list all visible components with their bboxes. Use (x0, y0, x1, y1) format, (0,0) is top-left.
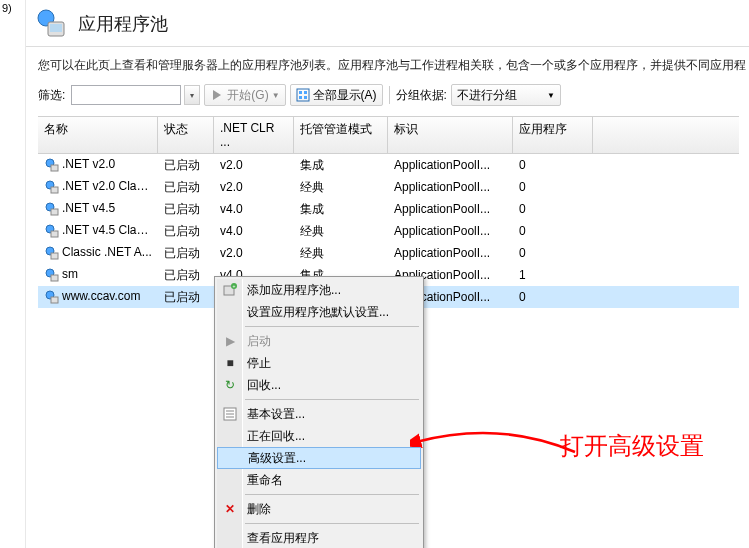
cell-state: 已启动 (158, 177, 214, 198)
table-row[interactable]: .NET v4.5 Clas...已启动v4.0经典ApplicationPoo… (38, 220, 739, 242)
callout-text: 打开高级设置 (560, 430, 704, 461)
menu-item-label: 停止 (247, 355, 271, 372)
left-panel-label: 9) (2, 2, 12, 14)
svg-text:+: + (233, 283, 236, 289)
start-label: 开始(G) (227, 87, 268, 104)
cell-clr: v4.0 (214, 222, 294, 240)
play-icon (210, 88, 224, 102)
cell-pipeline: 经典 (294, 221, 388, 242)
cell-state: 已启动 (158, 199, 214, 220)
cell-clr: v4.0 (214, 200, 294, 218)
chevron-down-icon: ▼ (547, 91, 555, 100)
menu-item[interactable]: 正在回收... (217, 425, 421, 447)
cell-apps: 0 (513, 200, 593, 218)
menu-separator (245, 494, 419, 495)
cell-name: Classic .NET A... (62, 245, 152, 259)
menu-separator (245, 399, 419, 400)
menu-item-label: 重命名 (247, 472, 283, 489)
table-row[interactable]: Classic .NET A...已启动v2.0经典ApplicationPoo… (38, 242, 739, 264)
menu-item-label: 添加应用程序池... (247, 282, 341, 299)
page-title: 应用程序池 (78, 12, 168, 36)
svg-rect-7 (304, 96, 307, 99)
page-description: 您可以在此页上查看和管理服务器上的应用程序池列表。应用程序池与工作进程相关联，包… (0, 47, 749, 80)
groupby-value: 不进行分组 (457, 87, 517, 104)
menu-item-label: 高级设置... (248, 450, 306, 467)
svg-rect-3 (297, 89, 309, 101)
col-header-apps[interactable]: 应用程序 (513, 117, 593, 153)
menu-item[interactable]: 高级设置... (217, 447, 421, 469)
app-pool-icon (44, 179, 60, 195)
grid-header: 名称 状态 .NET CLR ... 托管管道模式 标识 应用程序 (38, 117, 739, 154)
showall-label: 全部显示(A) (313, 87, 377, 104)
groupby-select[interactable]: 不进行分组 ▼ (451, 84, 561, 106)
svg-rect-4 (299, 91, 302, 94)
menu-item[interactable]: +添加应用程序池... (217, 279, 421, 301)
filter-dropdown[interactable]: ▾ (184, 85, 200, 105)
cell-clr: v2.0 (214, 156, 294, 174)
cell-state: 已启动 (158, 287, 214, 308)
cell-state: 已启动 (158, 265, 214, 286)
cell-pipeline: 经典 (294, 243, 388, 264)
cell-state: 已启动 (158, 221, 214, 242)
menu-item-label: 基本设置... (247, 406, 305, 423)
menu-item[interactable]: 重命名 (217, 469, 421, 491)
chevron-down-icon: ▼ (272, 91, 280, 100)
col-header-identity[interactable]: 标识 (388, 117, 513, 153)
page-header: 应用程序池 (26, 0, 749, 47)
recycle-icon: ↻ (222, 377, 238, 393)
svg-rect-21 (51, 297, 58, 303)
cell-identity: ApplicationPoolI... (388, 178, 513, 196)
menu-item: ▶启动 (217, 330, 421, 352)
col-header-state[interactable]: 状态 (158, 117, 214, 153)
table-row[interactable]: .NET v4.5已启动v4.0集成ApplicationPoolI...0 (38, 198, 739, 220)
menu-item[interactable]: 查看应用程序 (217, 527, 421, 548)
cell-pipeline: 经典 (294, 177, 388, 198)
cell-apps: 0 (513, 244, 593, 262)
cell-identity: ApplicationPoolI... (388, 222, 513, 240)
filter-input[interactable] (71, 85, 181, 105)
cell-name: www.ccav.com (62, 289, 140, 303)
start-icon: ▶ (222, 333, 238, 349)
col-header-clr[interactable]: .NET CLR ... (214, 117, 294, 153)
app-pool-icon (44, 223, 60, 239)
toolbar: 筛选: ▾ 开始(G) ▼ 全部显示(A) 分组依据: 不进行分组 ▼ (0, 80, 749, 110)
showall-icon (296, 88, 310, 102)
basic-icon (222, 406, 238, 422)
menu-item[interactable]: 基本设置... (217, 403, 421, 425)
svg-rect-2 (50, 24, 62, 32)
svg-rect-11 (51, 187, 58, 193)
blank-icon (222, 472, 238, 488)
table-row[interactable]: .NET v2.0已启动v2.0集成ApplicationPoolI...0 (38, 154, 739, 176)
cell-apps: 0 (513, 156, 593, 174)
svg-rect-15 (51, 231, 58, 237)
svg-rect-9 (51, 165, 58, 171)
start-button[interactable]: 开始(G) ▼ (204, 84, 285, 106)
table-row[interactable]: .NET v2.0 Clas...已启动v2.0经典ApplicationPoo… (38, 176, 739, 198)
cell-name: sm (62, 267, 78, 281)
menu-item-label: 设置应用程序池默认设置... (247, 304, 389, 321)
app-pool-icon (44, 267, 60, 283)
app-pool-icon (44, 289, 60, 305)
groupby-label: 分组依据: (396, 87, 447, 104)
col-header-pipeline[interactable]: 托管管道模式 (294, 117, 388, 153)
col-header-name[interactable]: 名称 (38, 117, 158, 153)
cell-state: 已启动 (158, 155, 214, 176)
menu-item[interactable]: ↻回收... (217, 374, 421, 396)
blank-icon (222, 428, 238, 444)
menu-item[interactable]: 设置应用程序池默认设置... (217, 301, 421, 323)
cell-identity: ApplicationPoolI... (388, 200, 513, 218)
cell-pipeline: 集成 (294, 199, 388, 220)
app-pool-header-icon (36, 8, 68, 40)
cell-state: 已启动 (158, 243, 214, 264)
blank-icon (223, 450, 239, 466)
show-all-button[interactable]: 全部显示(A) (290, 84, 383, 106)
cell-apps: 1 (513, 266, 593, 284)
svg-rect-17 (51, 253, 58, 259)
cell-name: .NET v2.0 (62, 157, 115, 171)
svg-rect-19 (51, 275, 58, 281)
cell-identity: ApplicationPoolI... (388, 244, 513, 262)
menu-item[interactable]: ✕删除 (217, 498, 421, 520)
app-pool-icon (44, 157, 60, 173)
menu-item-label: 删除 (247, 501, 271, 518)
menu-item[interactable]: ■停止 (217, 352, 421, 374)
